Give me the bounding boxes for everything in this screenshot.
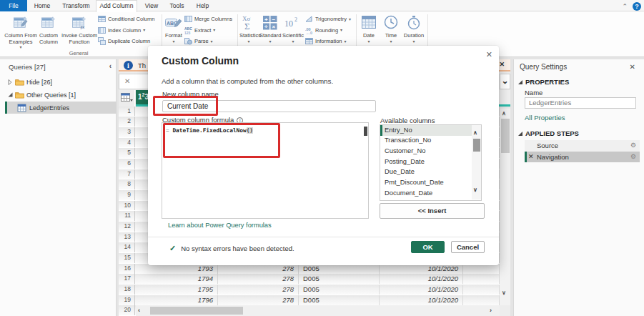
- list-scroll-down-icon[interactable]: ∨: [473, 187, 477, 193]
- available-column-item[interactable]: Posting_Date: [380, 157, 481, 167]
- ribbon-button-trigonometry[interactable]: Trigonometry▾: [305, 15, 355, 23]
- all-properties-link[interactable]: All Properties: [525, 114, 565, 122]
- table-cell[interactable]: [463, 295, 500, 305]
- applied-step-navigation[interactable]: ✕Navigation⚙: [525, 152, 640, 163]
- vertical-scroll-thumb[interactable]: [501, 119, 510, 153]
- table-cell[interactable]: [463, 285, 500, 295]
- list-scrollbar[interactable]: ∧ ∨: [472, 125, 481, 199]
- formula-scroll-thumb[interactable]: [364, 127, 367, 136]
- ribbon-button-date[interactable]: Date▾: [359, 14, 379, 44]
- ribbon-button-parse[interactable]: Parse▾: [184, 37, 236, 45]
- delete-step-icon[interactable]: ✕: [528, 153, 534, 160]
- ribbon-button-statistics[interactable]: XσΣStatistics▾: [239, 14, 258, 44]
- ribbon-button-invoke-custom-function[interactable]: fxInvoke CustomFunction: [61, 14, 97, 45]
- table-row: 191796278D00510/1/2020: [119, 295, 510, 305]
- tab-add-column[interactable]: Add Column: [96, 0, 137, 12]
- ribbon-button-extract[interactable]: ABC123Extract▾: [184, 26, 236, 34]
- table-cell[interactable]: 1794: [136, 274, 218, 284]
- cancel-button[interactable]: Cancel: [451, 241, 485, 253]
- scroll-down-icon[interactable]: ∨: [502, 290, 506, 296]
- ribbon-button-standard[interactable]: +−÷×Standard▾: [259, 14, 281, 44]
- tab-help[interactable]: Help: [192, 0, 213, 11]
- tab-view[interactable]: View: [141, 0, 162, 11]
- help-icon[interactable]: ?: [633, 2, 641, 11]
- ribbon-button-time[interactable]: Time▾: [381, 14, 401, 44]
- row-number: 18: [119, 285, 135, 295]
- row-number: 17: [119, 274, 135, 284]
- table-row: 181795278D00510/1/2020: [119, 285, 510, 295]
- learn-formulas-link[interactable]: Learn about Power Query formulas: [168, 222, 272, 229]
- collapse-queries-pane-icon[interactable]: ‹: [109, 62, 112, 70]
- list-scroll-thumb[interactable]: [473, 139, 480, 152]
- ribbon-button-duplicate-column[interactable]: Duplicate Column: [98, 37, 161, 45]
- step-settings-gear-icon[interactable]: ⚙: [630, 153, 636, 160]
- step-settings-gear-icon[interactable]: ⚙: [630, 142, 636, 149]
- table-cell[interactable]: D005: [299, 274, 380, 284]
- available-column-item[interactable]: Entry_No: [380, 125, 481, 136]
- available-column-item[interactable]: Transaction_No: [380, 136, 481, 147]
- ribbon-button-conditional-column[interactable]: Conditional Column: [98, 15, 161, 23]
- scroll-right-icon[interactable]: ›: [490, 307, 492, 314]
- available-column-item[interactable]: Document_Type: [380, 199, 481, 201]
- table-cell[interactable]: D005: [299, 295, 380, 305]
- table-cell[interactable]: 278: [218, 274, 299, 284]
- table-cell[interactable]: [463, 274, 500, 284]
- query-tree-item-ledgerentries[interactable]: LedgerEntries: [0, 102, 117, 114]
- expander-expanded-icon[interactable]: [8, 92, 13, 97]
- query-tree-item-hide-26-[interactable]: Hide [26]: [0, 76, 117, 88]
- tab-home[interactable]: Home: [31, 0, 53, 11]
- available-column-item[interactable]: Pmt_Discount_Date: [380, 177, 481, 188]
- message-bar-close-icon[interactable]: ✕: [499, 61, 505, 68]
- available-column-item[interactable]: Customer_No: [380, 146, 481, 157]
- available-column-item[interactable]: Document_Date: [380, 188, 481, 199]
- insert-column-button[interactable]: << Insert: [380, 203, 485, 219]
- grid-horizontal-scrollbar[interactable]: ‹ ›: [136, 305, 510, 316]
- list-scroll-up-icon[interactable]: ∧: [473, 129, 477, 136]
- ribbon-button-duration[interactable]: Duration▾: [402, 14, 425, 44]
- ribbon-tab-bar: FileHomeTransformAdd ColumnViewToolsHelp…: [0, 0, 644, 11]
- ribbon-button-rounding[interactable]: .00→.0Rounding▾: [305, 26, 355, 34]
- table-cell[interactable]: 10/1/2020: [380, 285, 463, 295]
- grid-vertical-scrollbar[interactable]: ∧ ∨: [500, 109, 510, 305]
- applied-step-source[interactable]: Source⚙: [525, 140, 640, 152]
- collapse-ribbon-icon[interactable]: ⌃: [622, 2, 628, 11]
- ribbon-button-merge-columns[interactable]: Merge Columns: [184, 15, 236, 23]
- table-cell[interactable]: 1795: [136, 285, 218, 295]
- ok-button[interactable]: OK: [411, 241, 445, 253]
- dialog-close-icon[interactable]: ✕: [486, 50, 492, 59]
- table-cell[interactable]: 278: [218, 285, 299, 295]
- tab-file[interactable]: File: [0, 0, 27, 11]
- query-tree-item-other-queries-1-[interactable]: Other Queries [1]: [0, 89, 117, 101]
- ribbon-group-label-general: General: [43, 50, 114, 56]
- properties-section-header[interactable]: PROPERTIES: [518, 78, 569, 86]
- table-cell[interactable]: 10/1/2020: [380, 295, 463, 305]
- horizontal-scroll-thumb[interactable]: [150, 307, 243, 315]
- available-columns-list: Entry_NoTransaction_NoCustomer_NoPosting…: [380, 124, 482, 201]
- tab-tools[interactable]: Tools: [167, 0, 187, 11]
- ribbon-button-scientific[interactable]: 102Scientific▾: [282, 14, 304, 44]
- formula-cancel-icon[interactable]: ✕: [124, 77, 130, 85]
- select-all-corner-cell[interactable]: [119, 90, 135, 107]
- row-number: 3: [119, 127, 135, 137]
- available-column-item[interactable]: Due_Date: [380, 167, 481, 178]
- formula-bar-expand-icon[interactable]: ⌄: [500, 74, 510, 89]
- scroll-left-icon[interactable]: ‹: [138, 307, 140, 314]
- ribbon-button-custom-column[interactable]: CustomColumn: [34, 14, 64, 45]
- query-settings-close-icon[interactable]: ✕: [630, 63, 635, 71]
- expander-collapsed-icon[interactable]: [8, 79, 12, 85]
- table-cell[interactable]: 278: [218, 295, 299, 305]
- query-name-input[interactable]: LedgerEntries: [525, 97, 636, 109]
- applied-steps-section-header[interactable]: APPLIED STEPS: [518, 129, 579, 137]
- query-settings-pane: Query Settings ✕ PROPERTIES Name LedgerE…: [513, 59, 644, 316]
- row-number: 20: [119, 305, 135, 315]
- tab-transform[interactable]: Transform: [59, 0, 94, 11]
- ribbon-button-information[interactable]: Information▾: [305, 37, 355, 45]
- dropdown-caret-icon: ▾: [143, 28, 145, 32]
- ribbon-button-format[interactable]: ABCFormat▾: [164, 14, 184, 44]
- table-cell[interactable]: 1796: [136, 295, 218, 305]
- table-cell[interactable]: D005: [299, 285, 380, 295]
- ribbon-button-index-column[interactable]: Index Column▾: [98, 26, 161, 34]
- available-column-label: Entry_No: [385, 127, 412, 134]
- table-cell[interactable]: 10/1/2020: [380, 274, 463, 284]
- scroll-up-icon[interactable]: ∧: [502, 110, 506, 117]
